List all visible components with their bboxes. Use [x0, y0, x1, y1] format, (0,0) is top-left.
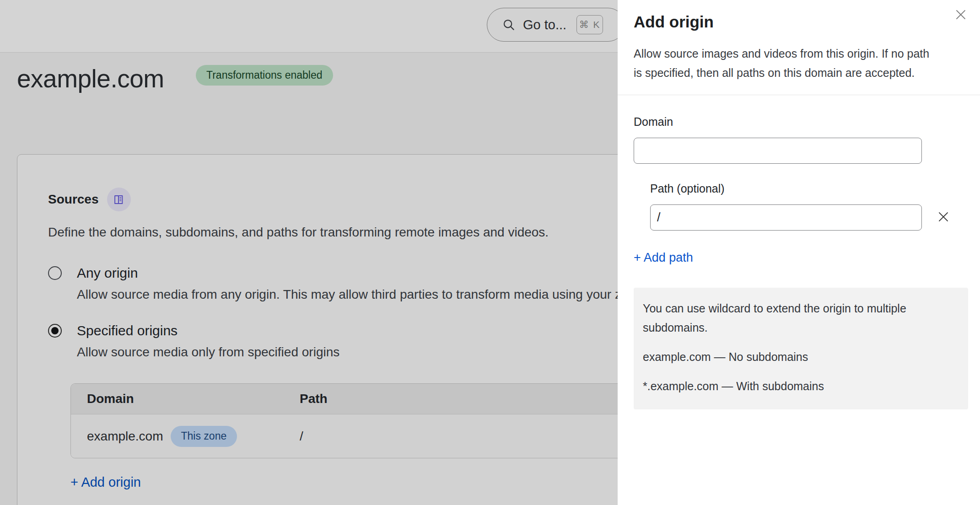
domain-field-label: Domain: [634, 115, 673, 128]
app-root: Go to... ⌘ K example.com Transformations…: [0, 0, 980, 505]
remove-path-button[interactable]: [936, 209, 951, 226]
remove-path-x-icon: [937, 210, 950, 224]
wildcard-example-no-subdomains: example.com — No subdomains: [643, 347, 959, 366]
path-input[interactable]: [650, 204, 922, 231]
path-group: Path (optional): [650, 182, 980, 231]
wildcard-info-text: You can use wildcard to extend the origi…: [643, 299, 959, 337]
close-drawer-button[interactable]: [951, 5, 971, 25]
close-icon: [953, 7, 969, 22]
drawer-description: Allow source images and videos from this…: [634, 44, 938, 82]
add-path-link[interactable]: + Add path: [634, 251, 693, 265]
wildcard-example-with-subdomains: *.example.com — With subdomains: [643, 376, 959, 396]
drawer-title: Add origin: [634, 10, 925, 34]
wildcard-info-box: You can use wildcard to extend the origi…: [634, 288, 968, 409]
path-field-label: Path (optional): [650, 182, 725, 195]
add-origin-drawer: Add origin Allow source images and video…: [618, 0, 980, 505]
domain-input[interactable]: [634, 138, 922, 164]
